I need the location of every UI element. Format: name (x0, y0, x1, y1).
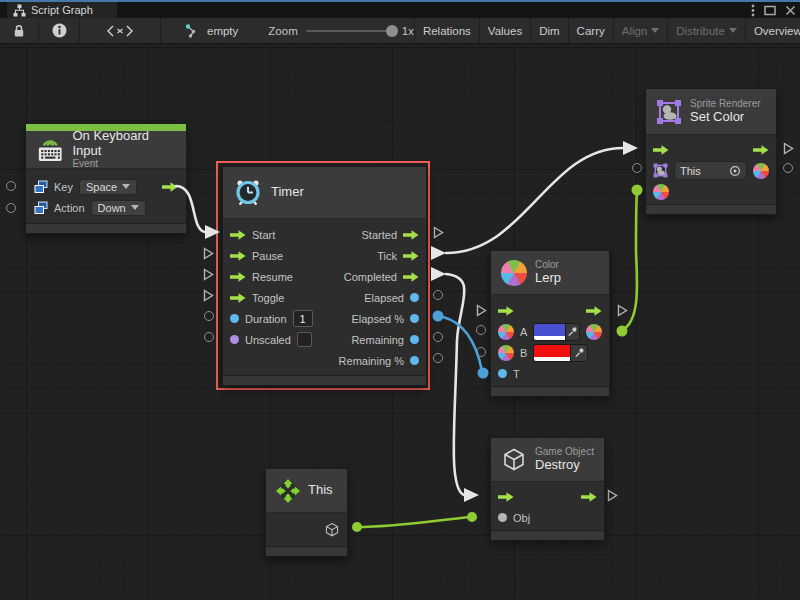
target-object-field[interactable]: This (674, 161, 747, 180)
lock-button[interactable] (0, 18, 38, 43)
port-row-started[interactable]: Started (339, 224, 419, 245)
port-timer-duration[interactable] (204, 311, 214, 321)
values-button[interactable]: Values (480, 18, 530, 43)
trigger-out-port[interactable] (162, 182, 178, 192)
port-lerp-flow-in[interactable] (476, 303, 487, 321)
object-picker-icon[interactable] (729, 165, 741, 177)
lerp-a-row[interactable]: A (498, 321, 602, 342)
port-lerp-flow-out[interactable] (617, 303, 628, 321)
port-row-tick[interactable]: Tick (339, 245, 419, 266)
port-lerp-a[interactable] (476, 325, 486, 335)
graph-breadcrumb[interactable]: empty (177, 18, 246, 43)
node-timer[interactable]: Timer Start Pause Resume Toggle (222, 166, 427, 386)
node-footer (223, 375, 426, 385)
destroy-obj-row[interactable]: Obj (498, 507, 597, 528)
inspect-button[interactable] (39, 18, 79, 43)
node-footer (26, 223, 186, 233)
sprite-renderer-port-icon (653, 163, 668, 178)
port-setcolor-flow-out[interactable] (783, 141, 794, 159)
port-row-remaining[interactable]: Remaining (339, 329, 419, 350)
lerp-t-row[interactable]: T (498, 363, 602, 384)
maximize-icon[interactable] (764, 5, 776, 16)
color-a-field[interactable] (533, 323, 580, 341)
port-timer-pause[interactable] (203, 246, 214, 264)
port-timer-resume[interactable] (203, 267, 214, 285)
node-color-lerp[interactable]: Color Lerp A (490, 250, 610, 397)
graph-toolbar: empty Zoom 1x Relations Values Dim Carry… (0, 18, 800, 44)
port-row-elapsed-pct[interactable]: Elapsed % (339, 308, 419, 329)
color-icon (501, 260, 527, 286)
key-row: Key Space (34, 176, 178, 197)
close-icon[interactable] (785, 5, 796, 16)
zoom-slider[interactable] (306, 30, 394, 32)
color-b-field[interactable] (533, 344, 588, 362)
keyboard-event-icon (36, 136, 64, 163)
port-lerp-b[interactable] (476, 347, 486, 357)
node-this[interactable]: This (265, 468, 348, 557)
port-row-pause[interactable]: Pause (230, 245, 313, 266)
overview-button[interactable]: Overview (746, 18, 800, 43)
zoom-slider-handle[interactable] (386, 25, 398, 37)
lerp-b-row[interactable]: B (498, 342, 602, 363)
eyedropper-button[interactable] (565, 324, 579, 340)
port-row-start[interactable]: Start (230, 224, 313, 245)
node-footer (491, 530, 604, 540)
duration-value-field[interactable]: 1 (293, 310, 313, 327)
lock-icon (13, 24, 25, 38)
carry-button[interactable]: Carry (569, 18, 613, 43)
node-footer (646, 204, 776, 214)
port-row-duration[interactable]: Duration 1 (230, 308, 313, 329)
dim-button[interactable]: Dim (531, 18, 567, 43)
node-set-color[interactable]: Sprite Renderer Set Color (645, 88, 777, 215)
port-timer-remaining[interactable] (433, 332, 443, 342)
destroy-flow-row[interactable] (498, 486, 597, 507)
port-timer-unscaled[interactable] (204, 332, 214, 342)
distribute-button[interactable]: Distribute (668, 18, 745, 43)
port-timer-toggle[interactable] (203, 288, 214, 306)
port-action-input[interactable] (6, 203, 16, 213)
port-timer-started[interactable] (433, 225, 444, 243)
color-in-port[interactable] (653, 184, 669, 200)
script-graph-window: Script Graph (0, 0, 800, 600)
setcolor-flow-row[interactable] (653, 139, 769, 160)
setcolor-color-row[interactable] (653, 181, 769, 202)
graph-pointer-icon (185, 23, 200, 39)
port-row-resume[interactable]: Resume (230, 266, 313, 287)
timer-outputs: Started Tick Completed Elapsed Elapsed %… (339, 224, 419, 371)
game-object-port-icon[interactable] (324, 522, 340, 538)
port-row-toggle[interactable]: Toggle (230, 287, 313, 308)
code-preview-button[interactable] (80, 18, 160, 43)
key-dropdown[interactable]: Space (79, 179, 137, 195)
port-row-completed[interactable]: Completed (339, 266, 419, 287)
window-menu-icon[interactable] (751, 4, 755, 17)
lerp-flow-row[interactable] (498, 300, 602, 321)
action-dropdown[interactable]: Down (91, 200, 146, 216)
node-destroy[interactable]: Game Object Destroy Obj (490, 437, 605, 541)
port-destroy-flow-out[interactable] (607, 488, 618, 506)
chevron-down-icon (729, 28, 737, 33)
renderer-out-port[interactable] (753, 163, 769, 179)
setcolor-target-row[interactable]: This (653, 160, 769, 181)
align-button[interactable]: Align (614, 18, 668, 43)
tab-script-graph[interactable]: Script Graph (7, 2, 117, 18)
node-title: On Keyboard Input (72, 129, 176, 159)
unscaled-checkbox[interactable] (297, 332, 312, 347)
port-timer-elapsed[interactable] (433, 290, 443, 300)
port-row-unscaled[interactable]: Unscaled (230, 329, 313, 350)
chevron-down-icon (651, 28, 659, 33)
code-icon (106, 25, 134, 37)
port-timer-remaining-pct[interactable] (433, 353, 443, 363)
port-row-remaining-pct[interactable]: Remaining % (339, 350, 419, 371)
eyedropper-button[interactable] (570, 345, 587, 361)
graph-canvas[interactable]: On Keyboard Input Event Key Space (0, 44, 800, 600)
color-out-port[interactable] (586, 324, 602, 340)
this-output-row[interactable] (273, 519, 340, 540)
port-setcolor-out-value[interactable] (783, 163, 793, 173)
port-row-elapsed[interactable]: Elapsed (339, 287, 419, 308)
port-setcolor-target[interactable] (632, 163, 642, 173)
port-key-input[interactable] (6, 181, 16, 191)
node-on-keyboard-input[interactable]: On Keyboard Input Event Key Space (25, 123, 187, 234)
relations-button[interactable]: Relations (415, 18, 479, 43)
timer-icon (233, 178, 263, 208)
node-footer (491, 386, 609, 396)
